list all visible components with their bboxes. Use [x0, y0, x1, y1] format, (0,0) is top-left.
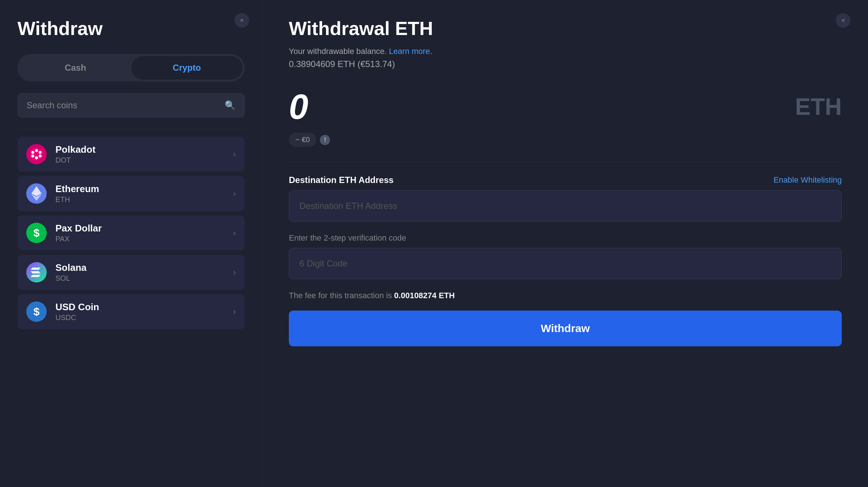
dot-symbol: DOT — [55, 156, 233, 164]
svg-point-4 — [39, 151, 42, 154]
divider — [18, 129, 245, 129]
svg-point-1 — [35, 149, 38, 152]
learn-more-link[interactable]: Learn more — [389, 47, 430, 56]
amount-row: 0 ETH — [289, 87, 842, 127]
dot-info: Polkadot DOT — [55, 144, 233, 164]
pax-symbol: PAX — [55, 235, 233, 243]
svg-point-5 — [31, 155, 34, 157]
usdc-chevron: › — [233, 307, 236, 317]
info-icon[interactable]: ! — [320, 135, 330, 145]
tab-cash[interactable]: Cash — [20, 56, 131, 79]
coin-item-sol[interactable]: Solana SOL › — [18, 255, 245, 290]
coin-item-dot[interactable]: Polkadot DOT › — [18, 137, 245, 172]
withdraw-button[interactable]: Withdraw — [289, 311, 842, 346]
eth-name: Ethereum — [55, 183, 233, 195]
search-icon: 🔍 — [225, 100, 236, 110]
pax-info: Pax Dollar PAX — [55, 223, 233, 243]
close-icon-right: × — [841, 17, 845, 24]
eth-svg — [31, 186, 42, 201]
balance-label: Your withdrawable balance. — [289, 47, 387, 56]
balance-amount: 0.38904609 ETH (€513.74) — [289, 59, 842, 69]
balance-eth-value: 0.38904609 ETH — [289, 59, 355, 69]
euro-estimate-badge: ~ €0 — [289, 133, 316, 147]
usdc-name: USD Coin — [55, 301, 233, 313]
eth-info: Ethereum ETH — [55, 183, 233, 204]
coin-item-pax[interactable]: $ Pax Dollar PAX › — [18, 215, 245, 250]
tab-group: Cash Crypto — [18, 54, 245, 82]
balance-eur-value: (€513.74) — [357, 59, 395, 69]
withdraw-panel: × Withdraw Cash Crypto 🔍 — [0, 0, 263, 487]
sol-chevron: › — [233, 267, 236, 277]
destination-field-label: Destination ETH Address — [289, 175, 394, 185]
divider-horizontal — [289, 161, 842, 162]
search-box: 🔍 — [18, 93, 245, 117]
right-close-button[interactable]: × — [836, 13, 850, 28]
search-input[interactable] — [27, 100, 225, 110]
eth-symbol: ETH — [55, 195, 233, 204]
tab-crypto[interactable]: Crypto — [131, 56, 243, 79]
dot-name: Polkadot — [55, 144, 233, 155]
svg-marker-7 — [31, 186, 42, 196]
pax-symbol-icon: $ — [34, 227, 40, 239]
coin-item-usdc[interactable]: $ USD Coin USDC › — [18, 294, 245, 329]
close-icon: × — [240, 17, 244, 24]
dot-svg — [30, 148, 43, 161]
coin-item-eth[interactable]: Ethereum ETH › — [18, 176, 245, 211]
pax-name: Pax Dollar — [55, 223, 233, 234]
amount-value: 0 — [289, 87, 308, 127]
usdc-symbol-icon: $ — [34, 305, 40, 318]
destination-label-row: Destination ETH Address Enable Whitelist… — [289, 175, 842, 185]
svg-point-6 — [39, 155, 42, 157]
fee-label: The fee for this transaction is — [289, 291, 394, 300]
verification-code-input[interactable] — [289, 248, 842, 279]
coin-icon-dot — [26, 144, 47, 164]
euro-estimate-row: ~ €0 ! — [289, 133, 842, 147]
fee-amount: 0.00108274 ETH — [394, 291, 455, 300]
pax-chevron: › — [233, 228, 236, 238]
eth-chevron: › — [233, 188, 236, 199]
sol-name: Solana — [55, 262, 233, 273]
coin-list: Polkadot DOT › Ethereum ETH › $ — [18, 137, 245, 329]
destination-address-input[interactable] — [289, 190, 842, 222]
amount-currency: ETH — [795, 93, 842, 120]
fee-text: The fee for this transaction is 0.001082… — [289, 291, 842, 300]
coin-icon-eth — [26, 183, 47, 204]
svg-point-3 — [31, 151, 34, 154]
sol-symbol: SOL — [55, 274, 233, 283]
sol-svg — [31, 268, 42, 277]
enable-whitelisting-link[interactable]: Enable Whitelisting — [774, 175, 842, 185]
left-close-button[interactable]: × — [235, 13, 249, 28]
coin-icon-sol — [26, 262, 47, 283]
withdrawal-panel: × Withdrawal ETH Your withdrawable balan… — [263, 0, 868, 487]
sol-info: Solana SOL — [55, 262, 233, 283]
usdc-info: USD Coin USDC — [55, 301, 233, 322]
verification-label: Enter the 2-step verification code — [289, 233, 842, 243]
coin-icon-usdc: $ — [26, 301, 47, 322]
svg-point-2 — [35, 156, 38, 159]
coin-icon-pax: $ — [26, 223, 47, 243]
balance-info-text: Your withdrawable balance. Learn more. — [289, 47, 842, 56]
dot-chevron: › — [233, 149, 236, 159]
usdc-symbol: USDC — [55, 313, 233, 322]
withdraw-title: Withdraw — [18, 17, 245, 39]
withdrawal-title: Withdrawal ETH — [289, 17, 842, 39]
